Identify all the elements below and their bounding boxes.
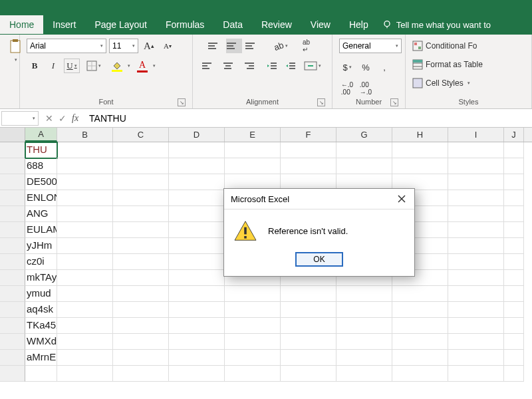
- row-header[interactable]: [0, 206, 25, 222]
- cell[interactable]: THU: [25, 142, 57, 158]
- cell[interactable]: [57, 366, 113, 382]
- cell[interactable]: [113, 286, 169, 302]
- cell[interactable]: [57, 222, 113, 238]
- cell[interactable]: [448, 286, 504, 302]
- cell[interactable]: [392, 350, 448, 366]
- cell[interactable]: [504, 254, 524, 270]
- cell[interactable]: [169, 254, 225, 270]
- formula-input[interactable]: [85, 111, 532, 126]
- cell[interactable]: [504, 174, 524, 190]
- cell[interactable]: TKa45x: [25, 318, 57, 334]
- column-header-h[interactable]: H: [392, 128, 448, 142]
- row-header[interactable]: [0, 302, 25, 318]
- row-header[interactable]: [0, 350, 25, 366]
- cell[interactable]: [448, 254, 504, 270]
- column-header-f[interactable]: F: [281, 128, 336, 142]
- dialog-close-button[interactable]: [396, 193, 408, 205]
- cell[interactable]: DE500K: [25, 174, 57, 190]
- cell[interactable]: [336, 350, 392, 366]
- tab-data[interactable]: Data: [213, 15, 252, 34]
- row-header[interactable]: [0, 318, 25, 334]
- cell[interactable]: [504, 270, 524, 286]
- font-name-select[interactable]: Arial▾: [27, 39, 106, 53]
- decrease-decimal-button[interactable]: .00→.0: [358, 81, 374, 96]
- cell[interactable]: [169, 286, 225, 302]
- cell[interactable]: [448, 158, 504, 174]
- column-header-j[interactable]: J: [504, 128, 524, 142]
- font-dialog-launcher[interactable]: ↘: [178, 98, 186, 106]
- cell[interactable]: aMrnE: [25, 350, 57, 366]
- align-left-button[interactable]: [201, 59, 217, 73]
- row-header[interactable]: [0, 158, 25, 174]
- align-top-button[interactable]: [207, 39, 223, 53]
- cell[interactable]: [169, 366, 225, 382]
- cell[interactable]: [504, 222, 524, 238]
- cell[interactable]: mkTAy: [25, 270, 57, 286]
- cell[interactable]: [57, 142, 113, 158]
- cell[interactable]: [336, 334, 392, 350]
- cell[interactable]: [281, 318, 336, 334]
- row-header[interactable]: [0, 270, 25, 286]
- cell[interactable]: [113, 302, 169, 318]
- cell-styles-button[interactable]: Cell Styles▾: [412, 76, 470, 90]
- tab-formulas[interactable]: Formulas: [156, 15, 213, 34]
- cell[interactable]: [57, 238, 113, 254]
- cell[interactable]: [448, 206, 504, 222]
- cell[interactable]: [281, 350, 336, 366]
- cell[interactable]: [169, 318, 225, 334]
- cell[interactable]: [336, 318, 392, 334]
- column-header-g[interactable]: G: [336, 128, 392, 142]
- cell[interactable]: [504, 158, 524, 174]
- cell[interactable]: [504, 334, 524, 350]
- cell[interactable]: [281, 158, 336, 174]
- cell[interactable]: [225, 142, 281, 158]
- cell[interactable]: [448, 350, 504, 366]
- cell[interactable]: [448, 366, 504, 382]
- cell[interactable]: [113, 222, 169, 238]
- tell-me[interactable]: Tell me what you want to: [382, 19, 491, 30]
- accounting-format-button[interactable]: $▾: [339, 60, 355, 74]
- cell[interactable]: [392, 318, 448, 334]
- cell[interactable]: [336, 286, 392, 302]
- cell[interactable]: [448, 302, 504, 318]
- cell[interactable]: [113, 334, 169, 350]
- cell[interactable]: [169, 174, 225, 190]
- cell[interactable]: ANG: [25, 206, 57, 222]
- cell[interactable]: [113, 174, 169, 190]
- fill-color-button[interactable]: ▾: [108, 59, 130, 73]
- format-as-table-button[interactable]: Format as Table: [412, 57, 483, 72]
- paste-dropdown-icon[interactable]: ▾: [15, 57, 17, 63]
- decrease-indent-button[interactable]: [264, 59, 280, 73]
- cell[interactable]: [392, 142, 448, 158]
- cell[interactable]: [57, 158, 113, 174]
- font-color-button[interactable]: A ▾: [133, 59, 156, 73]
- cell[interactable]: [57, 190, 113, 206]
- cell[interactable]: [169, 222, 225, 238]
- cell[interactable]: [504, 350, 524, 366]
- cell[interactable]: [169, 190, 225, 206]
- cell[interactable]: [392, 286, 448, 302]
- row-header[interactable]: [0, 190, 25, 206]
- cell[interactable]: yJHm: [25, 238, 57, 254]
- cell[interactable]: [113, 318, 169, 334]
- cell[interactable]: cz0i: [25, 254, 57, 270]
- cell[interactable]: [169, 270, 225, 286]
- column-header-a[interactable]: A: [25, 128, 57, 142]
- cell[interactable]: [169, 158, 225, 174]
- merge-center-button[interactable]: ▾: [301, 59, 324, 73]
- cell[interactable]: [57, 286, 113, 302]
- cell[interactable]: [392, 158, 448, 174]
- increase-indent-button[interactable]: [283, 59, 299, 73]
- select-all-corner[interactable]: [0, 128, 25, 142]
- cell[interactable]: [57, 174, 113, 190]
- conditional-formatting-button[interactable]: Conditional Fo: [412, 39, 477, 53]
- cell[interactable]: [57, 206, 113, 222]
- cell[interactable]: [392, 334, 448, 350]
- wrap-text-button[interactable]: ab↵: [295, 39, 318, 53]
- cell[interactable]: [169, 334, 225, 350]
- cell[interactable]: [169, 206, 225, 222]
- tab-home[interactable]: Home: [0, 15, 43, 34]
- cell[interactable]: [169, 302, 225, 318]
- row-header[interactable]: [0, 238, 25, 254]
- cell[interactable]: [504, 366, 524, 382]
